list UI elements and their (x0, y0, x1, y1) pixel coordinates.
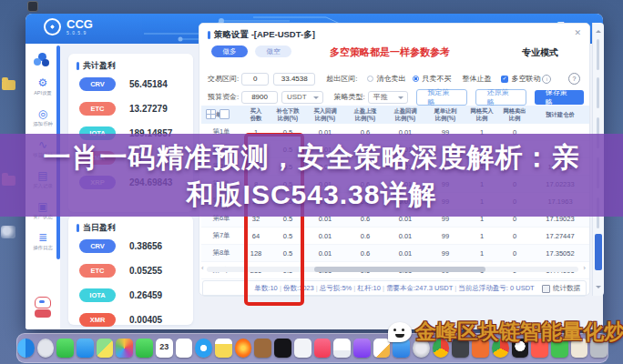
scroll-right-icon[interactable]: › (583, 264, 586, 272)
sidebar-logo-icon (34, 53, 50, 67)
profit-row: CRV0.38656 (68, 234, 193, 258)
linkage-checkbox[interactable] (501, 76, 508, 83)
dock-icon-reminders[interactable] (176, 339, 193, 358)
collapse-all-icon[interactable] (220, 109, 230, 119)
dock-icon-notes[interactable] (215, 339, 232, 358)
stats-checkbox-label: 统计数据 (553, 284, 580, 293)
dock-icon-keyboard[interactable] (294, 339, 312, 358)
profit-value: 13.27279 (129, 104, 168, 114)
range-min-input[interactable]: 0 (241, 73, 269, 86)
radio-sell-only[interactable] (413, 76, 419, 82)
desktop-app-icon[interactable] (1, 226, 15, 238)
table-cell: 第7单 (201, 228, 241, 245)
dock-icon-analytics[interactable] (333, 339, 351, 358)
dock-icon-safari[interactable] (195, 339, 212, 358)
sidebar-item-label: API设置 (27, 89, 58, 96)
stats-segment: 总亏损:5% (320, 284, 352, 292)
strip-item (597, 39, 599, 70)
stats-data-toggle[interactable]: 统计数据 (542, 284, 580, 293)
add-coin-icon: ◎ (26, 107, 60, 120)
tab-short[interactable]: 做空 (255, 46, 291, 57)
table-cell: 1 (465, 245, 498, 262)
dock-icon-mail[interactable] (77, 339, 94, 358)
radio-clear-sell[interactable] (367, 76, 373, 82)
profit-value: 0.05255 (129, 266, 162, 276)
dock-icon-music[interactable] (314, 339, 332, 358)
panel-close-icon[interactable]: ✕ (574, 28, 581, 37)
ccg-logo-icon (44, 18, 61, 35)
expand-all-icon[interactable] (206, 109, 216, 119)
sidebar-item-api-settings[interactable]: ⚙API设置 (26, 76, 60, 107)
sidebar-item-label: 添加币种 (27, 120, 58, 127)
restore-strategy-button[interactable]: 还原策略 (475, 89, 526, 106)
profit-value: 0.26459 (129, 290, 162, 300)
preset-strategy-button[interactable]: 预定策略 (416, 89, 467, 106)
dock-icon-launchpad[interactable] (37, 339, 55, 358)
dock-icon-finder[interactable] (17, 339, 35, 358)
dock-icon-appletv[interactable] (274, 339, 291, 358)
stats-segment: 当前总浮动盈亏: 0 USDT (458, 284, 534, 292)
dock-icon-stickies[interactable] (254, 339, 271, 358)
desktop: CCG 5.0.5.9 173****0827 — ❐ ✕ (0, 0, 623, 364)
table-header: 止盈回调 比例(%) (385, 106, 425, 124)
table-header: 网格卖出 比例 (498, 106, 531, 124)
strip-selected-item[interactable] (595, 234, 602, 270)
strip-scroll-up-icon[interactable] (596, 27, 601, 33)
coin-badge: CRV (79, 77, 116, 91)
table-cell: 第8单 (201, 245, 241, 262)
pro-mode-toggle[interactable]: 专业模式 (522, 46, 558, 59)
dock-icon-firefox[interactable] (235, 339, 252, 358)
stats-checkbox-icon[interactable] (542, 285, 550, 293)
range-max-input[interactable]: 33.4538 (273, 73, 315, 86)
table-header: 买入 份数 (241, 106, 271, 124)
strategy-panel-title: 策略设置 -[APE-USDT-多] (214, 29, 315, 41)
profit-row: ETC0.05255 (68, 258, 193, 283)
help-icon[interactable]: ? (568, 73, 580, 85)
today-profit-title: 当日盈利 (83, 222, 116, 234)
radio-sell-only-label[interactable]: 只卖不买 (422, 74, 451, 84)
strip-scroll-down-icon[interactable] (596, 286, 601, 291)
overall-tp-label: 整体止盈 (462, 74, 491, 84)
table-header: 补仓下跌 比例(%) (271, 106, 305, 124)
caption-line-2: 和版ISC543.38详解 (0, 176, 623, 213)
table-cell: 0.01 (385, 245, 425, 262)
scrollbar-thumb[interactable] (314, 267, 485, 272)
radio-clear-sell-label[interactable]: 清仓卖出 (376, 74, 405, 84)
dock-icon-facetime[interactable] (136, 339, 153, 358)
stats-segment: 杠杆:10 (357, 284, 380, 292)
table-cell: 99 (425, 245, 465, 262)
out-of-range-label: 超出区间: (326, 74, 357, 84)
table-cell: 1 (465, 228, 498, 245)
table-header: 买入回调 比例(%) (305, 106, 345, 124)
linkage-label[interactable]: 多空联动 (511, 74, 540, 84)
today-profit-card: 当日盈利 CRV0.38656ETC0.05255IOTA0.26459XMR0… (68, 216, 193, 325)
tab-long[interactable]: 做多 (211, 46, 248, 57)
table-header: 尾单让利 比例(%) (425, 106, 465, 124)
scroll-left-icon[interactable]: ‹ (201, 264, 204, 272)
profit-value: 0.00405 (129, 315, 162, 325)
save-strategy-button[interactable]: 保存策略 (535, 90, 584, 105)
table-cell: 99 (425, 228, 465, 245)
desktop-shortcut-icon[interactable] (27, 1, 38, 12)
dock-icon-calendar[interactable]: 23 (156, 339, 173, 358)
coin-badge: ETC (79, 264, 116, 278)
table-header: 网格买入 比例 (465, 106, 498, 124)
operation-log-icon: ≣ (26, 231, 60, 244)
profit-row: CRV56.45184 (68, 72, 193, 96)
title-bar-accent (77, 224, 79, 232)
dock-icon-photos[interactable] (116, 339, 133, 358)
coin-badge: IOTA (79, 288, 116, 302)
dock-icon-maps[interactable] (97, 339, 114, 358)
strategy-type-select[interactable]: 平推 (368, 91, 408, 104)
info-icon[interactable]: i (542, 75, 551, 84)
folder-icon[interactable] (2, 80, 15, 90)
robot-mascot[interactable] (33, 297, 53, 318)
budget-input[interactable]: 8900 (241, 91, 278, 104)
dock-icon-podcasts[interactable] (353, 339, 371, 358)
api-settings-icon: ⚙ (26, 76, 60, 89)
dock-icon-messages[interactable] (56, 339, 74, 358)
currency-select[interactable]: USDT (281, 91, 323, 104)
sidebar-item-operation-log[interactable]: ≣操作日志 (26, 231, 60, 262)
coin-badge: CRV (79, 239, 116, 253)
table-cell: 0.01 (305, 228, 345, 245)
